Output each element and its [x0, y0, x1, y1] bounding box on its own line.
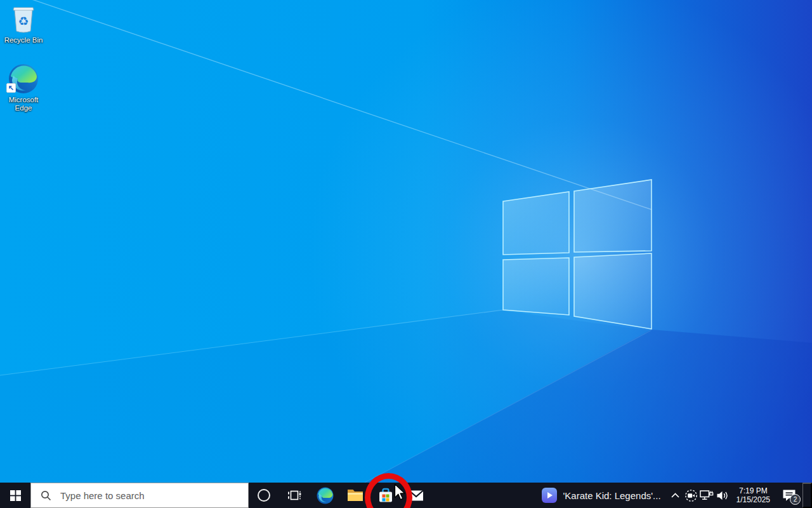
clock-time: 7:19 PM [737, 486, 770, 496]
svg-text:♻: ♻ [18, 14, 29, 28]
show-desktop-button[interactable] [802, 483, 812, 508]
notification-badge: 2 [790, 494, 801, 505]
play-icon [542, 488, 557, 503]
chevron-up-icon [671, 493, 679, 498]
recycle-bin-icon: ♻ [3, 5, 44, 34]
taskbar-clock[interactable]: 7:19 PM 1/15/2025 [731, 483, 776, 508]
edge-icon [317, 487, 334, 504]
cortana-button[interactable] [249, 483, 279, 508]
search-input[interactable] [59, 483, 248, 508]
taskbar-search [30, 483, 249, 508]
taskbar-edge-button[interactable] [310, 483, 340, 508]
edge-icon [3, 64, 44, 94]
desktop-icon-recycle-bin[interactable]: ♻ Recycle Bin [3, 5, 44, 44]
taskbar-mail-button[interactable] [401, 483, 431, 508]
desktop: ♻ Recycle Bin Microsoft Edge [0, 0, 812, 508]
file-explorer-icon [347, 488, 363, 502]
recycle-bin-label: Recycle Bin [3, 36, 44, 44]
microsoft-store-icon [377, 487, 394, 504]
start-button[interactable] [0, 483, 30, 508]
desktop-icon-microsoft-edge[interactable]: Microsoft Edge [3, 64, 44, 112]
taskbar-right-cluster: 'Karate Kid: Legends'... [537, 483, 812, 508]
edge-label: Microsoft Edge [3, 96, 44, 112]
network-icon [700, 490, 714, 501]
shortcut-arrow-icon [6, 83, 16, 93]
windows-logo-icon [10, 490, 21, 501]
meet-now-icon [684, 489, 698, 502]
cortana-icon [258, 489, 270, 502]
taskbar-file-explorer-button[interactable] [340, 483, 370, 508]
tray-volume-button[interactable] [715, 483, 731, 508]
volume-icon [716, 490, 729, 501]
search-icon [41, 490, 51, 501]
tray-chevron-up-button[interactable] [667, 483, 683, 508]
task-view-button[interactable] [279, 483, 310, 508]
action-center-button[interactable]: 2 [776, 483, 802, 508]
tray-meet-now-button[interactable] [683, 483, 699, 508]
media-player-taskbar-button[interactable]: 'Karate Kid: Legends'... [537, 483, 667, 508]
taskbar: 'Karate Kid: Legends'... [0, 483, 812, 508]
wallpaper [0, 0, 812, 483]
media-title: 'Karate Kid: Legends'... [563, 490, 660, 501]
mail-icon [409, 490, 424, 502]
tray-network-button[interactable] [699, 483, 715, 508]
taskbar-microsoft-store-button[interactable] [370, 483, 401, 508]
task-view-icon [287, 489, 301, 502]
clock-date: 1/15/2025 [737, 495, 770, 505]
